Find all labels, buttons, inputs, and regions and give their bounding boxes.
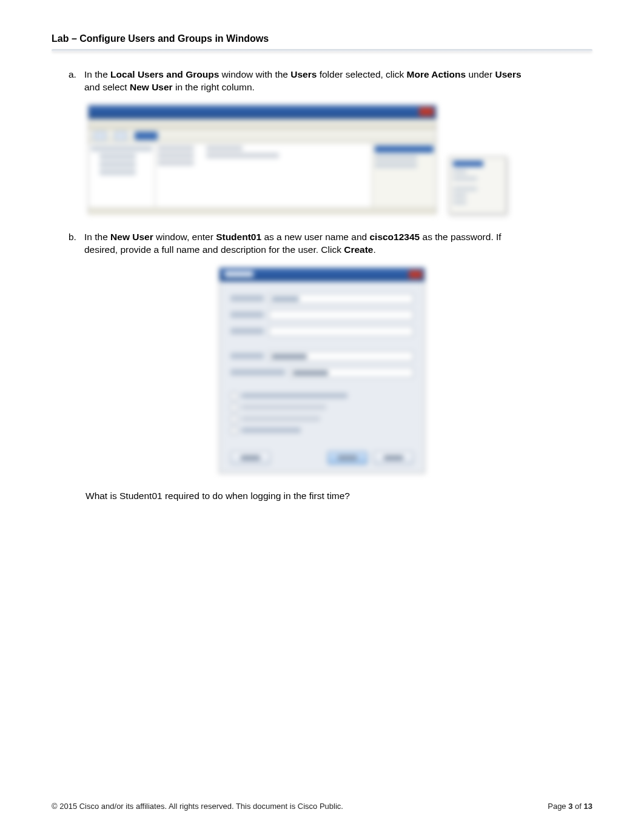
text: In the [84, 69, 110, 79]
text: and select [84, 82, 130, 92]
list-panel[interactable] [155, 143, 372, 207]
description-input[interactable] [269, 326, 414, 337]
text: folder selected, click [317, 69, 406, 79]
context-menu[interactable] [449, 156, 506, 214]
text: under [466, 69, 495, 79]
bold-new-user: New User [130, 82, 173, 92]
titlebar [89, 106, 436, 119]
checkbox-icon[interactable] [230, 404, 238, 411]
dialog-titlebar [220, 268, 424, 281]
checkbox-must-change[interactable] [230, 392, 414, 400]
fullname-row [230, 310, 414, 320]
bold-cisco12345: cisco12345 [369, 232, 420, 242]
text: as a new user name and [261, 232, 369, 242]
text: window, enter [153, 232, 216, 242]
username-row [230, 293, 414, 304]
password-row [230, 351, 414, 361]
description-label [230, 328, 264, 334]
dialog-title [224, 271, 253, 277]
text: window with the [219, 69, 290, 79]
bold-create: Create [344, 244, 373, 255]
close-icon[interactable] [419, 107, 434, 116]
checkbox-cannot-change[interactable] [230, 404, 414, 411]
text: desired, provide a full name and descrip… [84, 244, 344, 255]
bold-more-actions: More Actions [407, 69, 466, 79]
header-divider [52, 49, 592, 52]
bold-users: Users [290, 69, 317, 79]
fullname-input[interactable] [269, 310, 414, 320]
create-button[interactable] [327, 451, 367, 464]
text: . [373, 244, 375, 255]
lab-title: Lab – Configure Users and Groups in Wind… [52, 33, 592, 44]
password-input[interactable] [269, 351, 414, 361]
checkbox-icon[interactable] [230, 392, 238, 400]
footer: © 2015 Cisco and/or its affiliates. All … [52, 802, 592, 811]
help-button[interactable] [230, 451, 270, 464]
checkbox-label [241, 416, 320, 421]
checkbox-label [241, 404, 326, 410]
menubar[interactable] [89, 119, 436, 130]
screenshot-new-user-dialog [219, 267, 425, 474]
step-b: b. In the New User window, enter Student… [69, 231, 592, 257]
text: in the right column. [173, 82, 255, 92]
confirm-password-input[interactable] [290, 367, 414, 378]
text: In the [84, 232, 110, 242]
close-icon[interactable] [409, 270, 422, 278]
checkbox-label [241, 393, 347, 398]
step-b-marker: b. [69, 231, 84, 257]
mmc-window [88, 105, 437, 214]
checkbox-label [241, 428, 301, 433]
confirm-password-label [230, 369, 285, 375]
tree-panel[interactable] [89, 143, 155, 207]
actions-panel[interactable] [372, 143, 436, 207]
toolbar [89, 130, 436, 143]
password-label [230, 353, 264, 359]
bold-student01: Student01 [216, 232, 261, 242]
bold-new-user-window: New User [110, 232, 153, 242]
new-user-dialog [219, 267, 425, 474]
close-button[interactable] [374, 451, 414, 464]
page-number: Page 3 of 13 [548, 802, 592, 811]
step-a: a. In the Local Users and Groups window … [69, 69, 592, 94]
confirm-password-row [230, 367, 414, 378]
checkbox-icon[interactable] [230, 427, 238, 434]
checkbox-never-expires[interactable] [230, 415, 414, 423]
description-row [230, 326, 414, 337]
copyright: © 2015 Cisco and/or its affiliates. All … [52, 802, 343, 811]
username-input[interactable] [269, 293, 414, 304]
question-text: What is Student01 required to do when lo… [86, 491, 592, 501]
bold-users2: Users [495, 69, 521, 79]
statusbar [89, 207, 436, 215]
checkbox-disabled[interactable] [230, 427, 414, 434]
toolbar-button[interactable] [93, 131, 107, 141]
toolbar-button[interactable] [114, 131, 127, 141]
checkbox-icon[interactable] [230, 415, 238, 423]
step-a-marker: a. [69, 69, 84, 94]
text: as the password. If [420, 232, 501, 242]
screenshot-local-users-groups [88, 105, 506, 214]
fullname-label [230, 312, 264, 318]
toolbar-tab[interactable] [135, 132, 158, 140]
bold-local-users: Local Users and Groups [110, 69, 219, 79]
username-label [230, 295, 264, 301]
